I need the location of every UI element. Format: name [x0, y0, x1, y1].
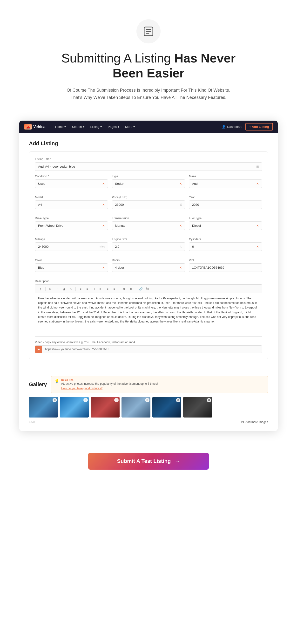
toolbar-unlink-btn[interactable]: ⛓ — [145, 286, 150, 292]
toolbar-ul-btn[interactable]: ≡ — [84, 286, 90, 292]
toolbar-redo-btn[interactable]: ↻ — [128, 286, 134, 292]
nav-dashboard-label: Dashboard — [227, 125, 243, 128]
gallery-remove-2[interactable]: ✕ — [83, 398, 88, 402]
toolbar-sep-2 — [75, 287, 76, 291]
gallery-footer: 6/50 🖼 Add more images — [29, 420, 268, 424]
hero-section: Submitting A Listing Has Never Been Easi… — [0, 0, 297, 111]
toolbar-link-btn[interactable]: 🔗 — [138, 286, 144, 292]
description-textarea[interactable]: How the adventure ended will be seen ano… — [35, 293, 262, 337]
description-toolbar: ¶ B I U S ≡ ≡ ⇥ ⇤ ≡ ≡ ↺ ↻ — [35, 284, 262, 293]
tip-link[interactable]: How do you take good pictures? — [61, 387, 102, 390]
row-model-price-year: Model A4 ✕ Price (USD) 23000 $ Year — [35, 196, 262, 213]
nav-item-listing[interactable]: Listing ▾ — [88, 123, 105, 130]
color-label: Color — [35, 258, 108, 262]
engine-size-field[interactable]: 2.0 L — [112, 242, 185, 251]
nav-item-more[interactable]: More ▾ — [123, 123, 137, 130]
gallery-count: 6/50 — [29, 420, 34, 424]
type-clear[interactable]: ✕ — [179, 182, 182, 186]
toolbar-bold-btn[interactable]: B — [47, 286, 53, 292]
gallery-grid: ✕ ✕ ✕ ✕ ✕ ✕ — [29, 397, 268, 418]
nav-listing-arrow: ▾ — [100, 125, 102, 128]
make-field[interactable]: Audi ✕ — [189, 180, 262, 188]
doors-field[interactable]: 4-door ✕ — [112, 264, 185, 272]
add-more-label: Add more images — [245, 420, 268, 424]
gallery-remove-3[interactable]: ✕ — [114, 398, 119, 402]
toolbar-align-left-btn[interactable]: ≡ — [105, 286, 110, 292]
toolbar-indent-btn[interactable]: ⇥ — [91, 286, 97, 292]
model-value: A4 — [38, 203, 42, 206]
toolbar-undo-btn[interactable]: ↺ — [121, 286, 127, 292]
type-value: Sedan — [115, 182, 124, 186]
vin-group: VIN 1C4TJPBA1CD564639 — [189, 258, 262, 272]
nav-search-arrow: ▾ — [83, 125, 85, 128]
video-input[interactable]: https://www.youtube.com/watch?v=_Yx5bh85… — [42, 346, 262, 353]
video-label: Video - copy any online video link e.g. … — [35, 340, 262, 344]
model-field[interactable]: A4 ✕ — [35, 200, 108, 209]
description-group: Description ¶ B I U S ≡ ≡ ⇥ ⇤ ≡ ≡ ↺ — [35, 280, 262, 337]
nav-add-listing-button[interactable]: + Add Listing — [245, 123, 273, 130]
fuel-type-field[interactable]: Diesel ✕ — [189, 222, 262, 230]
engine-size-group: Engine Size 2.0 L — [112, 238, 185, 251]
drive-type-value: Front Wheel Drive — [38, 224, 63, 228]
vin-field[interactable]: 1C4TJPBA1CD564639 — [189, 264, 262, 272]
type-field[interactable]: Sedan ✕ — [112, 180, 185, 188]
toolbar-sep-4 — [136, 287, 136, 291]
cylinders-field[interactable]: 6 ✕ — [189, 242, 262, 251]
color-field[interactable]: Blue ✕ — [35, 264, 108, 272]
doors-clear[interactable]: ✕ — [179, 266, 182, 270]
gallery-thumb-4: ✕ — [121, 397, 150, 418]
listing-title-icon: ⊞ — [256, 165, 259, 168]
toolbar-align-center-btn[interactable]: ≡ — [111, 286, 117, 292]
model-clear[interactable]: ✕ — [102, 203, 105, 206]
make-clear[interactable]: ✕ — [256, 182, 259, 186]
gallery-remove-6[interactable]: ✕ — [207, 398, 211, 402]
toolbar-strikethrough-btn[interactable]: S — [68, 286, 73, 292]
condition-clear[interactable]: ✕ — [102, 182, 105, 186]
navigation: 🚗 Vehica Home ▾ Search ▾ Listing ▾ Pages… — [19, 120, 278, 133]
listing-title-value: Audi A4 4-door sedan blue — [38, 165, 75, 168]
year-field[interactable]: 2020 — [189, 200, 262, 209]
logo-icon: 🚗 — [24, 124, 32, 130]
condition-field[interactable]: Used ✕ — [35, 180, 108, 188]
condition-value: Used — [38, 182, 45, 186]
transmission-field[interactable]: Manual ✕ — [112, 222, 185, 230]
nav-logo[interactable]: 🚗 Vehica — [24, 124, 45, 130]
gallery-remove-1[interactable]: ✕ — [52, 398, 57, 402]
hero-icon-container — [136, 19, 161, 44]
model-group: Model A4 ✕ — [35, 196, 108, 209]
nav-item-search[interactable]: Search ▾ — [69, 123, 87, 130]
toolbar-italic-btn[interactable]: I — [54, 286, 60, 292]
color-clear[interactable]: ✕ — [102, 266, 105, 270]
row-drive-trans-fuel: Drive Type Front Wheel Drive ✕ Transmiss… — [35, 216, 262, 234]
submit-button[interactable]: Submit A Test Listing → — [88, 453, 209, 470]
toolbar-outdent-btn[interactable]: ⇤ — [98, 286, 104, 292]
fuel-type-clear[interactable]: ✕ — [256, 224, 259, 228]
gallery-remove-5[interactable]: ✕ — [176, 398, 180, 402]
mileage-group: Mileage 245000 miles — [35, 238, 108, 251]
transmission-clear[interactable]: ✕ — [179, 224, 182, 228]
nav-item-pages[interactable]: Pages ▾ — [105, 123, 122, 130]
price-value: 23000 — [115, 203, 124, 206]
listing-title-field[interactable]: Audi A4 4-door sedan blue ⊞ — [35, 162, 262, 171]
form-title: Add Listing — [29, 140, 268, 147]
cylinders-clear[interactable]: ✕ — [256, 245, 259, 248]
price-unit: $ — [180, 203, 182, 206]
drive-type-label: Drive Type — [35, 216, 108, 220]
drive-type-field[interactable]: Front Wheel Drive ✕ — [35, 222, 108, 230]
toolbar-paragraph-btn[interactable]: ¶ — [38, 286, 43, 292]
nav-dashboard[interactable]: 👤 Dashboard — [222, 125, 243, 128]
type-label: Type — [112, 175, 185, 178]
engine-size-label: Engine Size — [112, 238, 185, 241]
toolbar-ol-btn[interactable]: ≡ — [78, 286, 83, 292]
engine-size-value: 2.0 — [115, 245, 119, 248]
price-field[interactable]: 23000 $ — [112, 200, 185, 209]
row-condition-type-make: Condition * Used ✕ Type Sedan ✕ Make — [35, 175, 262, 192]
add-more-button[interactable]: 🖼 Add more images — [241, 420, 268, 424]
nav-item-home[interactable]: Home ▾ — [53, 123, 69, 130]
gallery-remove-4[interactable]: ✕ — [145, 398, 149, 402]
hero-heading: Submitting A Listing Has Never Been Easi… — [48, 51, 249, 81]
condition-label: Condition * — [35, 175, 108, 178]
toolbar-underline-btn[interactable]: U — [61, 286, 67, 292]
mileage-field[interactable]: 245000 miles — [35, 242, 108, 251]
drive-type-clear[interactable]: ✕ — [102, 224, 105, 228]
